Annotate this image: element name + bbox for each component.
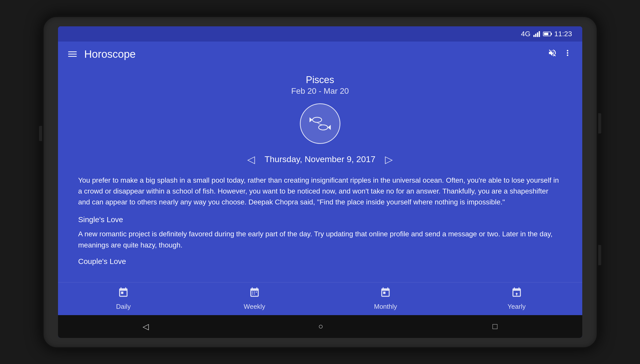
calendar-weekly-icon	[249, 287, 260, 301]
sign-symbol-container	[58, 98, 582, 149]
calendar-monthly-icon	[380, 287, 391, 301]
main-content: Pisces Feb 20 - Mar 20	[58, 67, 582, 315]
home-button[interactable]: ○	[318, 322, 323, 331]
more-options-icon[interactable]	[563, 48, 572, 60]
volume-button[interactable]	[39, 126, 42, 141]
horoscope-text-area: You prefer to make a big splash in a sma…	[58, 172, 582, 282]
recents-button[interactable]: □	[493, 322, 497, 331]
app-title: Horoscope	[84, 48, 540, 60]
nav-item-monthly[interactable]: Monthly	[320, 287, 451, 311]
nav-daily-label: Daily	[116, 303, 131, 311]
volume-down-button[interactable]	[598, 245, 601, 265]
calendar-yearly-icon	[511, 287, 522, 301]
sign-header: Pisces Feb 20 - Mar 20	[58, 67, 582, 98]
status-bar: 4G 11:23	[58, 26, 582, 42]
svg-point-1	[319, 119, 321, 120]
signal-icon	[533, 31, 540, 37]
prev-date-button[interactable]: ◁	[245, 151, 257, 167]
mute-icon[interactable]	[548, 48, 557, 60]
app-bar: Horoscope	[58, 42, 582, 67]
pisces-symbol	[307, 111, 333, 136]
nav-item-yearly[interactable]: Yearly	[451, 287, 582, 311]
calendar-daily-icon	[118, 287, 129, 301]
couples-love-title: Couple's Love	[78, 256, 562, 267]
status-icons: 4G 11:23	[521, 30, 572, 38]
battery-icon	[543, 32, 551, 36]
bottom-navigation: Daily Weekly Mon	[58, 282, 582, 315]
system-nav-bar: ◁ ○ □	[58, 315, 582, 338]
hamburger-menu-button[interactable]	[68, 51, 77, 57]
next-date-button[interactable]: ▷	[383, 151, 395, 167]
status-time: 11:23	[554, 30, 572, 38]
horoscope-body: You prefer to make a big splash in a sma…	[78, 175, 562, 208]
signal-label: 4G	[521, 30, 530, 38]
current-date: Thursday, November 9, 2017	[265, 154, 376, 164]
nav-item-daily[interactable]: Daily	[58, 287, 189, 311]
singles-love-title: Single's Love	[78, 214, 562, 226]
sign-name: Pisces	[58, 74, 582, 85]
device-frame: 4G 11:23 Horoscope	[42, 15, 599, 349]
svg-point-3	[319, 127, 321, 128]
sign-dates: Feb 20 - Mar 20	[58, 86, 582, 96]
date-navigation: ◁ Thursday, November 9, 2017 ▷	[58, 149, 582, 172]
nav-item-weekly[interactable]: Weekly	[189, 287, 320, 311]
power-button[interactable]	[598, 113, 601, 133]
back-button[interactable]: ◁	[143, 322, 149, 331]
sign-symbol-circle	[300, 103, 340, 144]
nav-yearly-label: Yearly	[508, 303, 526, 311]
nav-weekly-label: Weekly	[244, 303, 265, 311]
battery-fill	[544, 33, 548, 35]
singles-love-body: A new romantic project is definitely fav…	[78, 228, 562, 251]
nav-monthly-label: Monthly	[374, 303, 397, 311]
device-screen: 4G 11:23 Horoscope	[58, 26, 582, 338]
app-bar-actions	[548, 48, 572, 60]
